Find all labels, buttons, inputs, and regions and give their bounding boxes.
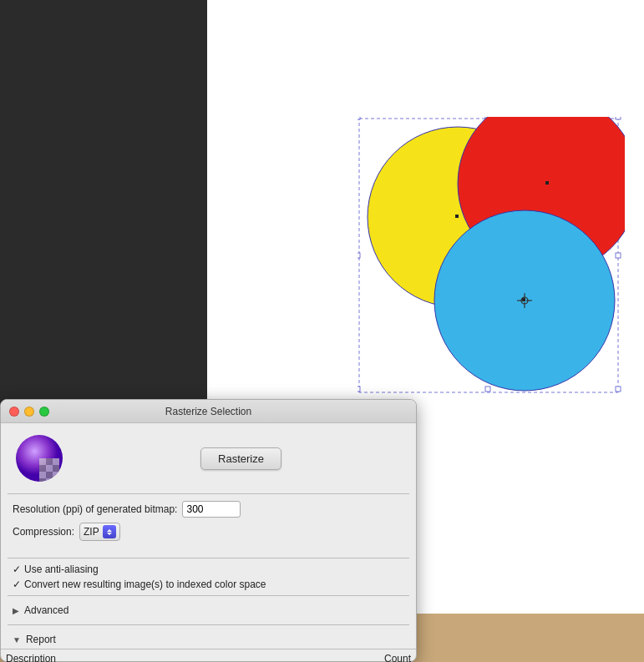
checkboxes-area: ✓ Use anti-aliasing ✓ Convert new result… (1, 563, 416, 590)
indexed-row: ✓ Convert new resulting image(s) to inde… (13, 579, 404, 590)
svg-rect-7 (485, 387, 490, 392)
resolution-row: Resolution (ppi) of generated bitmap: (13, 501, 404, 518)
rasterize-dialog: Rasterize Selection (0, 399, 417, 662)
svg-rect-22 (39, 458, 46, 465)
compression-row: Compression: ZIP (13, 523, 404, 541)
svg-rect-23 (46, 458, 53, 465)
compression-value: ZIP (84, 526, 99, 538)
count-column-header: Count (384, 653, 411, 662)
resolution-label: Resolution (ppi) of generated bitmap: (13, 503, 177, 515)
report-row[interactable]: ▼ Report (1, 630, 416, 649)
indexed-label: Convert new resulting image(s) to indexe… (24, 579, 266, 590)
antialias-row: ✓ Use anti-aliasing (13, 563, 404, 575)
report-divider (8, 624, 409, 625)
svg-rect-8 (616, 387, 621, 392)
dialog-titlebar: Rasterize Selection (1, 400, 416, 423)
dialog-form: Resolution (ppi) of generated bitmap: Co… (1, 494, 416, 553)
svg-rect-13 (545, 181, 549, 184)
svg-rect-25 (39, 465, 46, 472)
svg-rect-29 (46, 472, 53, 478)
svg-rect-24 (53, 458, 59, 465)
antialias-label: Use anti-aliasing (24, 563, 99, 575)
svg-rect-4 (357, 253, 360, 258)
svg-rect-5 (616, 253, 621, 258)
report-arrow: ▼ (13, 635, 21, 644)
compression-arrow (103, 525, 116, 538)
minimize-button[interactable] (24, 407, 34, 417)
dialog-right: Rasterize (78, 432, 404, 485)
svg-rect-26 (46, 465, 53, 472)
circles-svg (357, 117, 625, 401)
advanced-divider (8, 595, 409, 596)
svg-rect-6 (357, 387, 360, 392)
maximize-button[interactable] (39, 407, 49, 417)
svg-rect-28 (39, 472, 46, 478)
indexed-check: ✓ (13, 579, 21, 590)
close-button[interactable] (9, 407, 19, 417)
compression-label: Compression: (13, 526, 74, 538)
dialog-title: Rasterize Selection (165, 406, 251, 417)
svg-rect-1 (357, 117, 360, 119)
advanced-label: Advanced (24, 604, 68, 616)
description-column-header: Description (6, 653, 56, 662)
advanced-row[interactable]: ▶ Advanced (1, 601, 416, 619)
traffic-lights (9, 407, 49, 417)
antialias-check: ✓ (13, 563, 21, 575)
svg-rect-31 (39, 478, 46, 485)
dialog-body: Rasterize (1, 423, 416, 493)
report-label: Report (26, 634, 56, 645)
compression-select[interactable]: ZIP (79, 523, 120, 541)
svg-rect-27 (53, 465, 59, 472)
svg-rect-12 (455, 215, 459, 218)
rasterize-button[interactable]: Rasterize (200, 447, 281, 470)
advanced-arrow: ▶ (13, 606, 19, 615)
svg-rect-3 (616, 117, 621, 119)
svg-rect-32 (46, 478, 53, 485)
dialog-icon (13, 432, 66, 485)
form-divider (8, 558, 409, 558)
resolution-input[interactable] (182, 501, 241, 518)
report-header: Description Count (1, 649, 416, 662)
svg-rect-30 (53, 472, 59, 478)
